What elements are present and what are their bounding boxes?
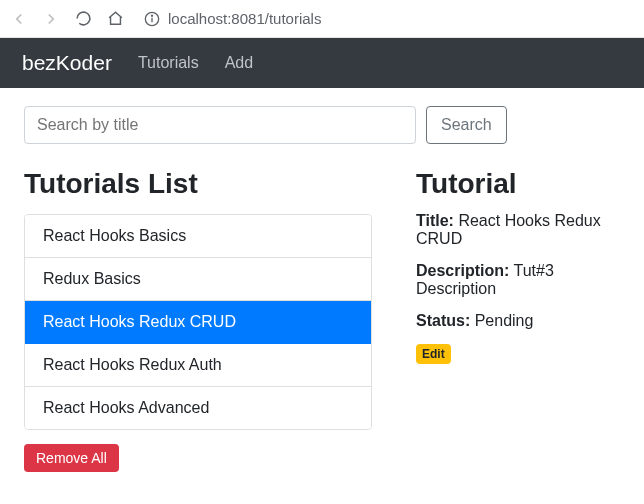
tutorials-list: React Hooks Basics Redux Basics React Ho… [24,214,372,430]
list-heading: Tutorials List [24,168,372,200]
app-navbar: bezKoder Tutorials Add [0,38,644,88]
url-text: localhost:8081/tutorials [168,10,321,27]
nav-link-add[interactable]: Add [225,54,253,72]
status-label: Status: [416,312,470,329]
search-button[interactable]: Search [426,106,507,144]
home-icon[interactable] [106,10,124,28]
browser-toolbar: localhost:8081/tutorials [0,0,644,38]
detail-title-row: Title: React Hooks Redux CRUD [416,212,620,248]
forward-icon[interactable] [42,10,60,28]
svg-point-2 [151,15,152,16]
reload-icon[interactable] [74,10,92,28]
info-icon [144,11,160,27]
title-label: Title: [416,212,454,229]
list-item[interactable]: React Hooks Basics [25,215,371,258]
edit-button[interactable]: Edit [416,344,451,364]
list-item[interactable]: React Hooks Advanced [25,387,371,429]
brand[interactable]: bezKoder [22,51,112,75]
back-icon[interactable] [10,10,28,28]
nav-link-tutorials[interactable]: Tutorials [138,54,199,72]
address-bar[interactable]: localhost:8081/tutorials [144,10,321,27]
remove-all-button[interactable]: Remove All [24,444,119,472]
status-value: Pending [475,312,534,329]
list-item[interactable]: React Hooks Redux Auth [25,344,371,387]
description-label: Description: [416,262,509,279]
list-item[interactable]: React Hooks Redux CRUD [25,301,371,344]
detail-description-row: Description: Tut#3 Description [416,262,620,298]
list-item[interactable]: Redux Basics [25,258,371,301]
detail-heading: Tutorial [416,168,620,200]
search-row: Search [24,106,620,144]
search-input[interactable] [24,106,416,144]
detail-status-row: Status: Pending [416,312,620,330]
